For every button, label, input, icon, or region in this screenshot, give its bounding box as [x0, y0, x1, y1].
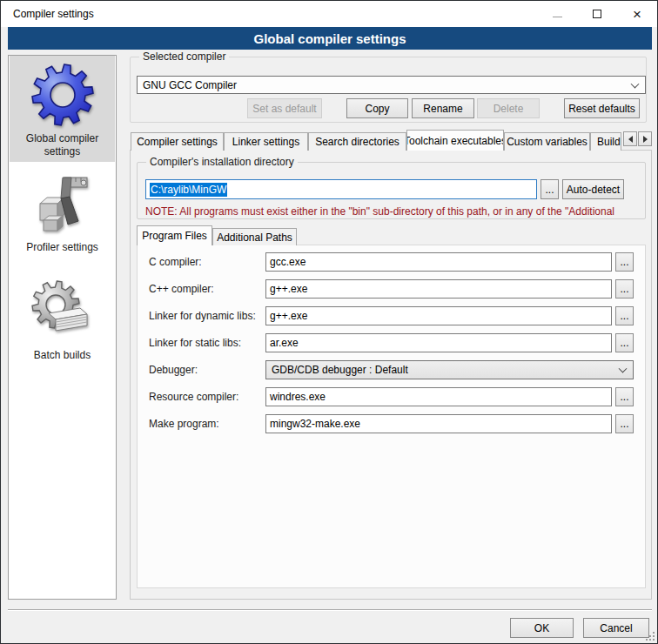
- linker-dynamic-input[interactable]: g++.exe: [265, 306, 612, 325]
- gray-gear-stack-icon: [30, 278, 96, 345]
- cpp-compiler-input[interactable]: g++.exe: [265, 279, 612, 299]
- page-title: Global compiler settings: [8, 27, 652, 50]
- c-compiler-label: C compiler:: [149, 252, 202, 272]
- linker-static-browse-button[interactable]: ...: [615, 333, 634, 352]
- window-title: Compiler settings: [13, 8, 94, 20]
- linker-dynamic-label: Linker for dynamic libs:: [149, 306, 256, 325]
- c-compiler-browse-button[interactable]: ...: [615, 252, 634, 272]
- resource-compiler-browse-button[interactable]: ...: [615, 387, 634, 406]
- chevron-down-icon: [619, 365, 628, 373]
- footer-divider: [8, 609, 652, 611]
- maximize-icon: [593, 10, 601, 18]
- tab-build-options[interactable]: Build: [590, 132, 621, 151]
- make-program-value: mingw32-make.exe: [270, 418, 360, 430]
- set-as-default-button[interactable]: Set as default: [247, 98, 322, 118]
- compiler-select-value: GNU GCC Compiler: [143, 79, 237, 91]
- settings-sidebar: Global compiler settings Profiler settin…: [8, 55, 117, 600]
- close-button[interactable]: ×: [617, 1, 657, 27]
- auto-detect-button[interactable]: Auto-detect: [562, 179, 624, 199]
- debugger-value: GDB/CDB debugger : Default: [272, 364, 408, 376]
- c-compiler-input[interactable]: gcc.exe: [265, 252, 612, 272]
- sidebar-item-profiler-settings[interactable]: Profiler settings: [10, 167, 115, 258]
- make-program-input[interactable]: mingw32-make.exe: [265, 414, 612, 433]
- programs-tabstrip: Program Files Additional Paths: [137, 225, 485, 245]
- sidebar-item-global-compiler-settings[interactable]: Global compiler settings: [10, 56, 115, 162]
- installation-directory-value: C:\raylib\MinGW: [150, 183, 227, 197]
- selected-compiler-group-label: Selected compiler: [139, 50, 229, 63]
- installation-directory-input[interactable]: C:\raylib\MinGW: [145, 179, 537, 199]
- blue-gear-icon: [30, 62, 96, 128]
- sidebar-item-label: Global compiler settings: [10, 132, 115, 158]
- tab-linker-settings[interactable]: Linker settings: [224, 132, 308, 151]
- sidebar-item-label: Profiler settings: [10, 241, 115, 254]
- compiler-settings-dialog: Compiler settings × Global compiler sett…: [0, 0, 658, 644]
- resource-compiler-input[interactable]: windres.exe: [265, 387, 612, 406]
- rename-button[interactable]: Rename: [412, 98, 474, 118]
- cpp-compiler-browse-button[interactable]: ...: [615, 279, 634, 299]
- resource-compiler-label: Resource compiler:: [149, 387, 238, 406]
- tab-additional-paths[interactable]: Additional Paths: [212, 228, 297, 245]
- debugger-label: Debugger:: [149, 360, 198, 379]
- tab-search-directories[interactable]: Search directories: [308, 132, 406, 151]
- cpp-compiler-value: g++.exe: [270, 283, 307, 295]
- sidebar-item-label: Batch builds: [10, 349, 115, 362]
- compiler-select[interactable]: GNU GCC Compiler: [137, 76, 646, 94]
- tab-program-files[interactable]: Program Files: [137, 225, 212, 245]
- resize-grip-icon[interactable]: [646, 632, 655, 641]
- linker-static-input[interactable]: ar.exe: [265, 333, 612, 352]
- debugger-select[interactable]: GDB/CDB debugger : Default: [265, 360, 634, 379]
- installation-directory-group-label: Compiler's installation directory: [146, 156, 298, 168]
- tab-compiler-settings[interactable]: Compiler settings: [131, 132, 224, 151]
- minimize-button[interactable]: [537, 1, 577, 27]
- linker-dynamic-browse-button[interactable]: ...: [615, 306, 634, 325]
- cancel-button[interactable]: Cancel: [583, 618, 649, 638]
- minimize-icon: [553, 17, 562, 17]
- tab-toolchain-executables[interactable]: Toolchain executables: [406, 130, 504, 151]
- make-program-label: Make program:: [149, 414, 219, 433]
- maximize-button[interactable]: [577, 1, 617, 27]
- ok-button[interactable]: OK: [510, 618, 574, 638]
- tab-custom-variables[interactable]: Custom variables: [504, 132, 590, 151]
- delete-button[interactable]: Delete: [477, 98, 540, 118]
- close-icon: ×: [633, 7, 641, 22]
- titlebar[interactable]: Compiler settings ×: [1, 1, 657, 27]
- sidebar-item-batch-builds[interactable]: Batch builds: [10, 275, 115, 362]
- chevron-down-icon: [631, 79, 640, 88]
- linker-static-value: ar.exe: [270, 337, 299, 349]
- copy-button[interactable]: Copy: [346, 98, 408, 118]
- linker-dynamic-value: g++.exe: [270, 310, 307, 322]
- browse-directory-button[interactable]: ...: [540, 179, 559, 199]
- bin-subdirectory-note: NOTE: All programs must exist either in …: [145, 205, 638, 218]
- linker-static-label: Linker for static libs:: [149, 333, 241, 352]
- reset-defaults-button[interactable]: Reset defaults: [564, 98, 640, 118]
- caliper-icon: [30, 171, 96, 237]
- resource-compiler-value: windres.exe: [270, 391, 326, 403]
- make-program-browse-button[interactable]: ...: [615, 414, 634, 433]
- c-compiler-value: gcc.exe: [270, 256, 306, 268]
- cpp-compiler-label: C++ compiler:: [149, 279, 214, 299]
- settings-tabstrip: Compiler settings Linker settings Search…: [131, 130, 653, 151]
